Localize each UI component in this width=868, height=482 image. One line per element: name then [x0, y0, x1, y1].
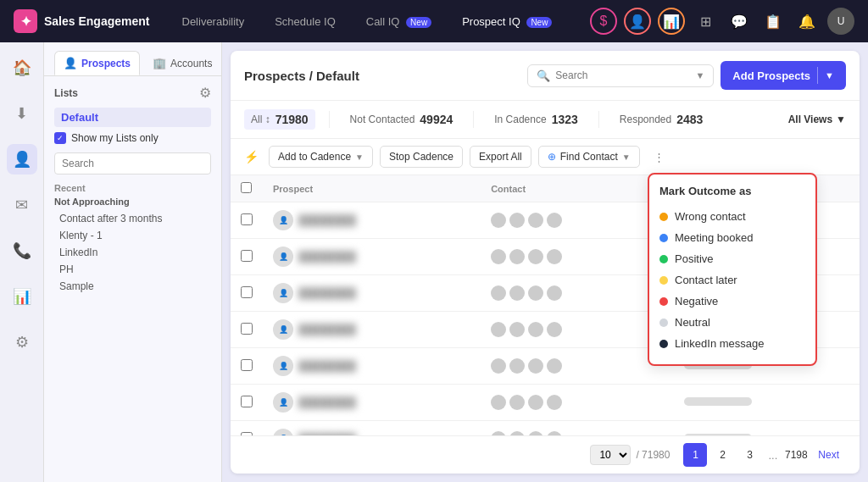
- grid-icon-btn[interactable]: ⊞: [692, 8, 719, 35]
- last-page-btn[interactable]: 7198: [784, 443, 808, 467]
- list-item-linkedin[interactable]: LinkedIn: [54, 244, 211, 261]
- row-check-2[interactable]: [231, 239, 263, 275]
- page-ellipsis: ...: [765, 449, 781, 462]
- wrong-contact-label: Wrong contact: [675, 210, 746, 223]
- stop-cadence-label: Stop Cadence: [389, 151, 453, 163]
- lists-search-input[interactable]: [54, 152, 211, 175]
- stat-all[interactable]: All ↕ 71980: [244, 109, 315, 130]
- dollar-icon-btn[interactable]: $: [590, 8, 617, 35]
- app-logo[interactable]: ✦ Sales Engagement: [14, 9, 150, 33]
- search-box[interactable]: 🔍 ▼: [527, 64, 714, 87]
- row-check-4[interactable]: [231, 312, 263, 348]
- left-panel: 👤 Prospects 🏢 Accounts Lists ⚙ Default ✓…: [44, 42, 222, 482]
- stop-cadence-button[interactable]: Stop Cadence: [380, 146, 463, 168]
- nav-call-iq[interactable]: Call IQ New: [359, 12, 438, 31]
- row-tags-6: [674, 385, 860, 421]
- nav-prospect-iq[interactable]: Prospect IQ New: [455, 12, 559, 31]
- chat-icon-btn[interactable]: 💬: [726, 8, 753, 35]
- find-contact-button[interactable]: ⊕ Find Contact ▼: [538, 146, 640, 168]
- stat-in-cadence[interactable]: In Cadence 1323: [487, 109, 585, 130]
- default-list-item[interactable]: Default: [54, 108, 211, 127]
- neutral-label: Neutral: [675, 316, 710, 329]
- add-prospects-label: Add Prospects: [732, 69, 810, 82]
- prospects-tab-icon: 👤: [64, 57, 77, 69]
- user-avatar[interactable]: U: [827, 8, 854, 35]
- find-contact-arrow-icon: ▼: [622, 152, 631, 162]
- outcome-positive[interactable]: Positive: [659, 248, 805, 269]
- contacts-nav-btn[interactable]: 👤: [7, 144, 37, 175]
- add-cadence-arrow-icon: ▼: [355, 152, 364, 162]
- home-nav-btn[interactable]: 🏠: [7, 53, 37, 83]
- nav-schedule-iq[interactable]: Schedule IQ: [268, 12, 342, 31]
- tab-accounts[interactable]: 🏢 Accounts: [143, 51, 221, 75]
- outcome-negative[interactable]: Negative: [659, 291, 805, 312]
- logo-icon: ✦: [14, 9, 37, 33]
- th-prospect: Prospect: [263, 175, 481, 202]
- per-page-select[interactable]: 10 25 50: [590, 445, 631, 465]
- outcome-neutral[interactable]: Neutral: [659, 312, 805, 333]
- settings-nav-btn[interactable]: ⚙: [7, 327, 37, 357]
- icon-sidebar: 🏠 ⬇ 👤 ✉ 📞 📊 ⚙: [0, 42, 44, 482]
- outcome-contact-later[interactable]: Contact later: [659, 269, 805, 291]
- tab-prospects[interactable]: 👤 Prospects: [54, 51, 140, 75]
- prospect-avatar: 👤: [273, 319, 293, 340]
- docs-icon-btn[interactable]: 📋: [760, 8, 787, 35]
- page-1-btn[interactable]: 1: [683, 443, 707, 467]
- page-3-btn[interactable]: 3: [737, 443, 761, 467]
- list-item-klenty[interactable]: Klenty - 1: [54, 227, 211, 244]
- add-prospects-button[interactable]: Add Prospects ▼: [721, 61, 846, 90]
- outcome-wrong-contact[interactable]: Wrong contact: [659, 206, 805, 227]
- stat-responded[interactable]: Responded 2483: [613, 109, 710, 130]
- list-item-sample[interactable]: Sample: [54, 278, 211, 295]
- row-check-6[interactable]: [231, 385, 263, 421]
- all-views-button[interactable]: All Views ▼: [788, 114, 846, 125]
- filter-icon[interactable]: ⚡: [244, 150, 259, 163]
- list-item-contact-3m[interactable]: Contact after 3 months: [54, 210, 211, 227]
- panel-tabs: 👤 Prospects 🏢 Accounts: [44, 42, 221, 76]
- nav-right-icons: $ 👤 📊 ⊞ 💬 📋 🔔 U: [590, 8, 854, 35]
- meeting-booked-label: Meeting booked: [675, 231, 754, 244]
- stat-all-count: 71980: [275, 113, 309, 126]
- wrong-contact-dot: [659, 213, 668, 221]
- next-page-btn[interactable]: Next: [811, 446, 846, 464]
- row-prospect-6: 👤████████: [263, 385, 481, 421]
- select-all-checkbox[interactable]: [241, 182, 252, 193]
- row-prospect-1: 👤████████: [263, 202, 481, 239]
- all-views-label: All Views: [788, 114, 832, 125]
- row-prospect-4: 👤████████: [263, 312, 481, 348]
- content-header: Prospects / Default 🔍 ▼ Add Prospects ▼: [231, 51, 860, 101]
- analytics-nav-btn[interactable]: 📊: [7, 281, 37, 312]
- row-check-7[interactable]: [231, 421, 263, 436]
- show-my-lists-toggle[interactable]: ✓ Show my Lists only: [54, 132, 211, 144]
- email-nav-btn[interactable]: ✉: [7, 190, 37, 220]
- row-check-1[interactable]: [231, 202, 263, 239]
- row-check-5[interactable]: [231, 348, 263, 385]
- search-icon: 🔍: [537, 69, 550, 82]
- export-all-button[interactable]: Export All: [470, 146, 531, 168]
- th-select-all[interactable]: [231, 175, 263, 202]
- app-name: Sales Engagement: [44, 14, 150, 28]
- outcome-linkedin-message[interactable]: LinkedIn message: [659, 333, 805, 354]
- show-my-lists-checkbox[interactable]: ✓: [54, 132, 66, 144]
- phone-nav-btn[interactable]: 📞: [7, 235, 37, 266]
- user-icon-btn[interactable]: 👤: [624, 8, 651, 35]
- stat-not-contacted-count: 49924: [420, 113, 453, 126]
- download-nav-btn[interactable]: ⬇: [7, 98, 37, 129]
- page-2-btn[interactable]: 2: [710, 443, 734, 467]
- chart-icon-btn[interactable]: 📊: [658, 8, 685, 35]
- toolbar-more-button[interactable]: ⋮: [647, 147, 671, 167]
- list-item-ph[interactable]: PH: [54, 261, 211, 278]
- nav-deliverability[interactable]: Deliverability: [175, 12, 252, 31]
- linkedin-message-label: LinkedIn message: [675, 337, 765, 350]
- add-prospects-arrow-icon: ▼: [825, 70, 834, 80]
- row-check-3[interactable]: [231, 275, 263, 312]
- search-input[interactable]: [555, 69, 674, 81]
- total-count: / 71980: [636, 449, 670, 461]
- add-to-cadence-button[interactable]: Add to Cadence ▼: [269, 146, 373, 168]
- bell-icon-btn[interactable]: 🔔: [793, 8, 821, 35]
- lists-add-btn[interactable]: ⚙: [199, 85, 211, 101]
- outcome-meeting-booked[interactable]: Meeting booked: [659, 227, 805, 248]
- lists-header: Lists ⚙: [54, 85, 211, 101]
- row-prospect-5: 👤████████: [263, 348, 481, 385]
- stat-not-contacted[interactable]: Not Contacted 49924: [343, 109, 460, 130]
